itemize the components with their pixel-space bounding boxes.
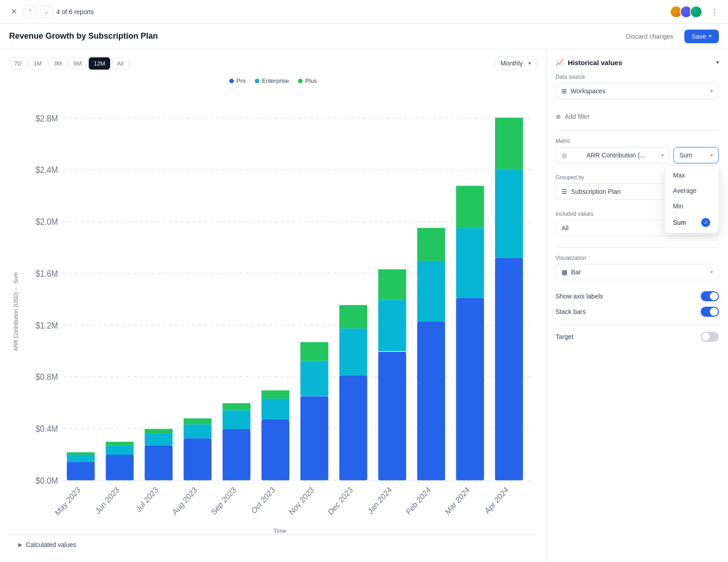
aggregation-dropdown: Max Average Min Sum ✓ — [664, 165, 719, 233]
time-filters: 7D 1M 3M 6M 12M All — [9, 57, 129, 70]
svg-text:$0.0M: $0.0M — [35, 476, 58, 486]
main-content: 7D 1M 3M 6M 12M All Monthly ▾ Pro — [0, 49, 728, 562]
metric-value: ARR Contribution (... — [586, 152, 645, 159]
svg-rect-27 — [184, 418, 212, 424]
divider-2 — [556, 247, 719, 248]
metric-section: Metric ◎ ARR Contribution (... ▾ Sum ▾ — [556, 138, 719, 163]
stack-bars-label: Stack bars — [556, 308, 586, 315]
legend-dot-pro — [229, 79, 234, 83]
time-filter-3m[interactable]: 3M — [49, 57, 67, 70]
svg-rect-19 — [106, 455, 133, 481]
visualization-section: Visualization ▦ Bar ▾ — [556, 255, 719, 280]
metric-chevron-icon: ▾ — [661, 152, 664, 158]
visualization-select[interactable]: ▦ Bar ▾ — [556, 264, 719, 280]
visualization-chevron-icon: ▾ — [710, 269, 713, 275]
x-axis-label: Time — [23, 527, 537, 534]
data-source-chevron-icon: ▾ — [710, 88, 713, 94]
period-selector[interactable]: Monthly ▾ — [495, 56, 537, 70]
add-filter-button[interactable]: ⊕ Add filter — [556, 110, 719, 123]
visualization-label: Visualization — [556, 255, 719, 261]
legend-label-pro: Pro — [237, 77, 246, 84]
svg-text:Dec 2023: Dec 2023 — [326, 485, 354, 517]
chart-svg: .grid-line { stroke: #e5e7eb; stroke-wid… — [23, 90, 537, 524]
divider-3 — [556, 324, 719, 324]
svg-text:Apr 2024: Apr 2024 — [483, 485, 511, 516]
save-button[interactable]: Save ▾ — [684, 30, 719, 43]
svg-rect-25 — [184, 438, 212, 480]
svg-rect-35 — [300, 361, 328, 396]
svg-rect-48 — [456, 186, 484, 228]
dropdown-item-sum[interactable]: Sum ✓ — [667, 214, 717, 231]
legend-item-enterprise: Enterprise — [255, 77, 289, 84]
data-source-value: Workspaces — [571, 87, 710, 95]
top-bar: ✕ ⌃ ⌄ 4 of 6 reports ⋮ — [0, 0, 728, 24]
discard-changes-button[interactable]: Discard changes — [621, 30, 679, 43]
svg-rect-36 — [300, 342, 328, 361]
chart-legend: Pro Enterprise Plus — [9, 77, 537, 84]
legend-item-pro: Pro — [229, 77, 246, 84]
header-actions: Discard changes Save ▾ — [621, 30, 719, 43]
chart-plot: .grid-line { stroke: #e5e7eb; stroke-wid… — [23, 90, 537, 524]
historical-values-icon: 📈 — [556, 58, 564, 66]
stack-bars-row: Stack bars — [556, 307, 719, 317]
svg-rect-26 — [184, 424, 212, 438]
svg-rect-50 — [495, 169, 523, 258]
time-filter-7d[interactable]: 7D — [9, 57, 27, 70]
svg-rect-33 — [262, 390, 289, 399]
data-source-label: Data source — [556, 74, 719, 80]
y-axis-label: ARR Contribution (USD) ← Sum — [9, 90, 23, 534]
grouped-by-icon: ☰ — [561, 188, 567, 195]
svg-rect-32 — [262, 399, 289, 420]
legend-item-plus: Plus — [298, 77, 317, 84]
svg-rect-40 — [378, 352, 406, 481]
svg-rect-30 — [222, 403, 250, 410]
prev-report-button[interactable]: ⌃ — [24, 5, 36, 18]
avatars — [670, 5, 703, 18]
data-source-select[interactable]: ⊞ Workspaces ▾ — [556, 83, 719, 99]
calculated-values[interactable]: ▶ Calculated values — [9, 534, 537, 555]
svg-rect-20 — [106, 446, 133, 455]
close-button[interactable]: ✕ — [7, 5, 20, 18]
save-chevron-icon: ▾ — [709, 33, 712, 39]
svg-text:$2.4M: $2.4M — [35, 165, 58, 175]
calculated-values-label: Calculated values — [26, 541, 76, 548]
historical-values-header[interactable]: 📈 Historical values ▾ — [556, 58, 719, 66]
svg-rect-42 — [378, 269, 406, 300]
page-title: Revenue Growth by Subscription Plan — [9, 31, 158, 41]
svg-rect-17 — [67, 455, 95, 461]
svg-rect-47 — [456, 228, 484, 298]
dropdown-item-max[interactable]: Max — [667, 167, 717, 183]
time-filter-all[interactable]: All — [112, 57, 128, 70]
target-toggle[interactable] — [701, 332, 719, 342]
time-filter-1m[interactable]: 1M — [29, 57, 47, 70]
next-report-button[interactable]: ⌄ — [40, 5, 53, 18]
svg-text:Mar 2024: Mar 2024 — [443, 485, 471, 516]
svg-rect-37 — [339, 375, 367, 480]
metric-select[interactable]: ◎ ARR Contribution (... ▾ — [556, 147, 670, 163]
period-label: Monthly — [500, 60, 523, 67]
time-filter-6m[interactable]: 6M — [69, 57, 87, 70]
aggregation-select[interactable]: Sum ▾ — [673, 147, 719, 163]
target-label: Target — [556, 333, 573, 340]
time-filter-12m[interactable]: 12M — [89, 57, 110, 70]
svg-text:Jun 2023: Jun 2023 — [94, 485, 121, 516]
sum-check-icon: ✓ — [701, 218, 710, 227]
stack-bars-toggle[interactable] — [701, 307, 719, 317]
svg-rect-39 — [339, 305, 367, 328]
add-filter-icon: ⊕ — [556, 113, 561, 120]
legend-label-enterprise: Enterprise — [262, 77, 289, 84]
show-axis-labels-row: Show axis labels — [556, 291, 719, 301]
add-filter-label: Add filter — [565, 113, 590, 120]
time-filter-row: 7D 1M 3M 6M 12M All Monthly ▾ — [9, 56, 537, 70]
historical-values-title: Historical values — [568, 59, 622, 66]
target-thumb — [702, 333, 710, 341]
svg-rect-16 — [67, 462, 95, 481]
svg-text:Sep 2023: Sep 2023 — [209, 485, 238, 517]
show-axis-labels-toggle[interactable] — [701, 291, 719, 301]
more-options-button[interactable]: ⋮ — [708, 5, 721, 18]
svg-text:Jul 2023: Jul 2023 — [134, 485, 160, 514]
svg-text:$0.4M: $0.4M — [35, 424, 58, 434]
svg-rect-43 — [417, 321, 445, 480]
dropdown-item-min[interactable]: Min — [667, 198, 717, 214]
dropdown-item-average[interactable]: Average — [667, 183, 717, 198]
